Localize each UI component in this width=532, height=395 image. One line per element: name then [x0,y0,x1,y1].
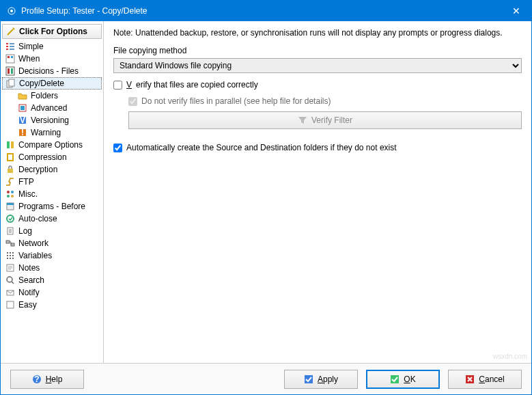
sidebar-item-label: Folders [31,91,58,100]
svg-point-23 [11,195,14,198]
svg-rect-42 [7,301,14,308]
sidebar-item-label: Log [18,226,32,236]
svg-rect-6 [8,68,10,74]
sidebar-item-label: Auto-close [18,214,57,223]
svg-text:V: V [20,115,25,125]
svg-point-37 [10,258,11,259]
autoclose-icon [5,213,16,224]
sidebar-item-label: Search [18,275,44,285]
svg-point-22 [7,195,10,198]
sidebar-item-autoclose[interactable]: Auto-close [2,213,102,225]
svg-rect-7 [11,68,13,74]
help-button[interactable]: ? Help [10,370,84,389]
titlebar: Profile Setup: Tester - Copy/Delete ✕ [1,1,531,21]
svg-point-26 [7,215,14,222]
sidebar-item-decryption[interactable]: Decryption [2,163,102,176]
close-button[interactable]: ✕ [501,1,531,21]
sidebar-item-label: Compression [18,152,67,162]
window-title: Profile Setup: Tester - Copy/Delete [21,6,501,16]
apply-label: Apply [318,374,338,384]
svg-point-33 [7,255,8,256]
sidebar-item-compare[interactable]: Compare Options [2,139,102,151]
svg-point-38 [12,258,14,259]
checklist-icon [5,41,16,52]
filter-icon [298,115,307,125]
help-icon: ? [32,374,42,384]
advanced-icon [17,103,28,113]
method-select[interactable]: Standard Windows file copying [113,58,522,73]
folder-icon [17,90,28,101]
ok-button[interactable]: OK [366,370,440,389]
svg-rect-19 [8,169,13,173]
notify-icon [5,287,16,298]
sidebar-item-label: Advanced [31,103,67,113]
sidebar-item-log[interactable]: Log [2,225,102,237]
easy-icon [5,299,16,310]
sidebar-item-label: Variables [18,251,52,260]
svg-point-32 [12,252,14,254]
sidebar-child-warning[interactable]: ! Warning [2,126,102,139]
noparallel-checkbox [128,97,137,106]
sidebar-item-network[interactable]: Network [2,237,102,249]
autocreate-checkbox-row[interactable]: Automatically create the Source and Dest… [113,143,522,152]
window-icon [6,5,17,16]
svg-rect-28 [6,241,10,243]
sidebar-item-easy[interactable]: Easy [2,299,102,311]
apply-button[interactable]: Apply [284,370,358,389]
sidebar-item-variables[interactable]: Variables [2,249,102,262]
log-icon [5,226,16,236]
sidebar-item-simple[interactable]: Simple [2,40,102,53]
cancel-button[interactable]: Cancel [448,370,522,389]
verify-checkbox-row[interactable]: Verify that files are copied correctly [113,80,522,90]
svg-rect-4 [11,56,13,58]
network-icon [5,238,16,249]
svg-point-35 [12,255,14,256]
content-pane: Note: Unattended backup, restore, or syn… [104,21,531,363]
svg-point-1 [10,10,13,12]
sidebar-item-misc[interactable]: Misc. [2,188,102,200]
svg-rect-5 [6,67,14,75]
sidebar-child-versioning[interactable]: V Versioning [2,114,102,126]
svg-rect-17 [11,141,14,148]
sidebar-item-compression[interactable]: Compression [2,151,102,163]
misc-icon [5,189,16,200]
sidebar-child-advanced[interactable]: Advanced [2,102,102,114]
lock-icon [5,164,16,175]
sidebar-item-label: Compare Options [18,140,83,150]
sidebar-header[interactable]: Click For Options [2,24,102,39]
sidebar-item-notes[interactable]: Notes [2,262,102,274]
sidebar-item-ftp[interactable]: FTP [2,176,102,188]
wand-icon [5,26,16,37]
sidebar-item-decisions[interactable]: Decisions - Files [2,65,102,77]
svg-text:?: ? [34,374,39,384]
noparallel-checkbox-row: Do not verify files in parallel (see hel… [128,96,522,106]
compression-icon [5,152,16,163]
sidebar-item-label: Decisions - Files [18,66,79,76]
sidebar-item-programs[interactable]: Programs - Before [2,200,102,213]
autocreate-label: Automatically create the Source and Dest… [126,143,397,152]
svg-point-34 [10,255,11,256]
sidebar-child-folders[interactable]: Folders [2,90,102,102]
svg-text:!: ! [21,128,24,137]
footer: ? Help Apply OK Cancel [1,363,531,394]
cancel-icon [465,374,475,384]
svg-point-40 [7,277,12,282]
sidebar-item-label: Notify [18,288,40,297]
versioning-icon: V [17,115,28,126]
sidebar-item-notify[interactable]: Notify [2,286,102,299]
autocreate-checkbox[interactable] [113,144,122,152]
svg-rect-46 [391,375,399,383]
sidebar-item-search[interactable]: Search [2,274,102,286]
sidebar-item-when[interactable]: When [2,53,102,65]
verify-checkbox[interactable] [113,81,122,90]
svg-rect-29 [11,243,14,246]
sidebar-item-label: Programs - Before [18,202,85,211]
sidebar-item-copydelete[interactable]: Copy/Delete [2,77,102,90]
cancel-label: Cancel [479,374,504,384]
verify-filter-label: Verify Filter [311,115,352,125]
sidebar-item-label: Warning [31,128,61,137]
search-icon [5,275,16,286]
svg-rect-9 [9,79,14,86]
verify-label-u: V [126,80,132,90]
sidebar-item-label: Misc. [18,189,38,199]
